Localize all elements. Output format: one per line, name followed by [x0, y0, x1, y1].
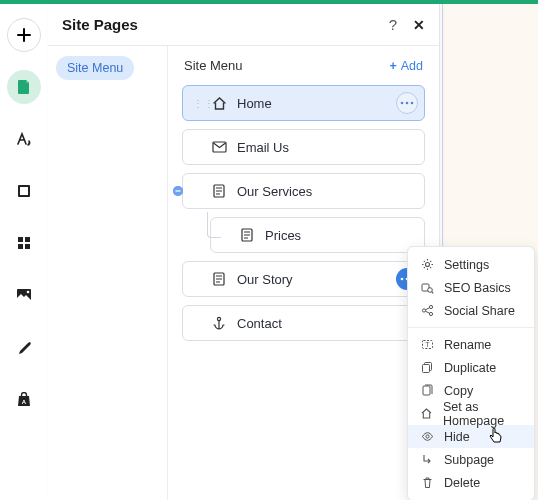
svg-point-7 [27, 291, 30, 294]
svg-text:A: A [22, 399, 27, 405]
left-rail: A [0, 4, 48, 500]
page-label: Email Us [237, 140, 289, 155]
svg-rect-5 [25, 244, 30, 249]
pen-icon [16, 339, 32, 355]
panel-main: Site Menu + Add ⋮⋮ Home [168, 46, 439, 500]
page-item-our-services[interactable]: Our Services [182, 173, 425, 209]
shopping-bag-icon: A [16, 391, 32, 407]
svg-point-27 [429, 312, 432, 315]
ctx-label: Settings [444, 258, 489, 272]
site-menu-tab[interactable]: Site Menu [56, 56, 134, 80]
svg-point-26 [429, 305, 432, 308]
page-icon [211, 183, 227, 199]
page-item-prices[interactable]: Prices [210, 217, 425, 253]
panel-title: Site Pages [62, 16, 138, 33]
share-icon [420, 304, 434, 318]
blog-button[interactable] [7, 330, 41, 364]
page-context-menu: Settings SEO Basics Social Share T Renam… [407, 246, 535, 500]
text-icon: T [420, 338, 434, 352]
site-menu-heading: Site Menu [184, 58, 243, 73]
page-item-email-us[interactable]: Email Us [182, 129, 425, 165]
svg-rect-2 [18, 237, 23, 242]
theme-button[interactable] [7, 122, 41, 156]
page-label: Home [237, 96, 272, 111]
ctx-duplicate[interactable]: Duplicate [408, 356, 534, 379]
envelope-icon [211, 139, 227, 155]
page-icon [16, 79, 32, 95]
plus-icon [16, 27, 32, 43]
pages-panel-button[interactable] [7, 70, 41, 104]
site-pages-panel: Site Pages ? ✕ Site Menu Site Menu + Add… [48, 4, 440, 500]
image-icon [16, 287, 32, 303]
subpage-icon [420, 453, 434, 467]
svg-point-24 [427, 288, 432, 293]
page-icon [211, 271, 227, 287]
ctx-label: Subpage [444, 453, 494, 467]
svg-point-11 [411, 102, 414, 105]
svg-text:T: T [425, 341, 430, 348]
sections-button[interactable] [7, 174, 41, 208]
more-button[interactable] [396, 92, 418, 114]
page-item-contact[interactable]: Contact [182, 305, 425, 341]
drag-handle-icon[interactable]: ⋮⋮ [193, 101, 201, 106]
page-label: Our Services [237, 184, 312, 199]
ctx-label: Social Share [444, 304, 515, 318]
svg-point-10 [406, 102, 409, 105]
eye-icon [420, 430, 434, 444]
svg-rect-32 [423, 386, 430, 395]
seo-icon [420, 281, 434, 295]
collapse-toggle[interactable] [173, 186, 183, 196]
ctx-label: Delete [444, 476, 480, 490]
copy-icon [420, 384, 434, 398]
grid-icon [16, 235, 32, 251]
panel-header: Site Pages ? ✕ [48, 4, 439, 46]
ctx-subpage[interactable]: Subpage [408, 448, 534, 471]
svg-point-9 [401, 102, 404, 105]
svg-rect-3 [25, 237, 30, 242]
ctx-hide[interactable]: Hide [408, 425, 534, 448]
ctx-seo[interactable]: SEO Basics [408, 276, 534, 299]
svg-point-33 [425, 435, 428, 438]
ctx-delete[interactable]: Delete [408, 471, 534, 494]
svg-point-25 [422, 309, 425, 312]
anchor-icon [211, 315, 227, 331]
square-icon [16, 183, 32, 199]
plus-icon: + [389, 59, 396, 73]
ctx-label: Hide [444, 430, 470, 444]
svg-rect-1 [20, 187, 28, 195]
svg-point-22 [425, 263, 429, 267]
ctx-label: SEO Basics [444, 281, 511, 295]
letter-brush-icon [16, 131, 32, 147]
apps-button[interactable] [7, 226, 41, 260]
ctx-label: Set as Homepage [443, 400, 522, 428]
ctx-set-homepage[interactable]: Set as Homepage [408, 402, 534, 425]
home-icon [420, 407, 433, 421]
panel-sidebar: Site Menu [48, 46, 168, 500]
ctx-label: Rename [444, 338, 491, 352]
store-button[interactable]: A [7, 382, 41, 416]
add-element-button[interactable] [7, 18, 41, 52]
svg-rect-31 [422, 365, 429, 373]
ctx-rename[interactable]: T Rename [408, 333, 534, 356]
home-icon [211, 95, 227, 111]
help-button[interactable]: ? [389, 16, 397, 33]
gear-icon [420, 258, 434, 272]
ctx-label: Duplicate [444, 361, 496, 375]
close-button[interactable]: ✕ [413, 17, 425, 33]
svg-point-18 [401, 278, 404, 281]
page-item-our-story[interactable]: Our Story [182, 261, 425, 297]
ctx-settings[interactable]: Settings [408, 253, 534, 276]
duplicate-icon [420, 361, 434, 375]
svg-rect-14 [176, 190, 181, 191]
trash-icon [420, 476, 434, 490]
add-page-button[interactable]: + Add [389, 59, 423, 73]
page-label: Contact [237, 316, 282, 331]
page-label: Our Story [237, 272, 293, 287]
tree-line [207, 212, 221, 238]
media-button[interactable] [7, 278, 41, 312]
ctx-label: Copy [444, 384, 473, 398]
ctx-social[interactable]: Social Share [408, 299, 534, 322]
svg-rect-4 [18, 244, 23, 249]
page-item-home[interactable]: ⋮⋮ Home [182, 85, 425, 121]
page-icon [239, 227, 255, 243]
